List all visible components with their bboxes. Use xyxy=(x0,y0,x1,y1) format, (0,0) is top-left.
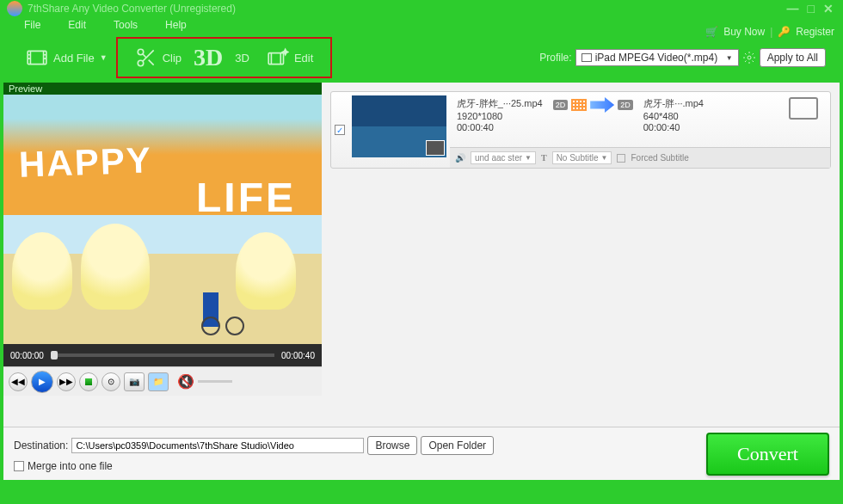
threed-label: 3D xyxy=(235,52,249,65)
preview-text-happy: HAPPY xyxy=(18,139,152,185)
add-file-label: Add File xyxy=(53,52,95,65)
step-button[interactable]: ⊙ xyxy=(102,372,120,391)
arrow-icon xyxy=(590,97,614,113)
merge-label: Merge into one file xyxy=(28,460,113,472)
edit-button[interactable]: Edit xyxy=(258,41,322,74)
audio-icon: 🔊 xyxy=(455,153,465,163)
source-2d-badge: 2D xyxy=(553,100,569,110)
browse-button[interactable]: Browse xyxy=(367,436,417,455)
add-file-button[interactable]: Add File ▼ xyxy=(17,41,116,74)
menu-help[interactable]: Help xyxy=(165,19,187,31)
dest-resolution: 640*480 xyxy=(643,111,704,121)
file-item[interactable]: ✓ 虎牙-胖炸_···25.mp4 1920*1080 00:00:40 2D xyxy=(330,91,831,169)
scissors-icon xyxy=(135,46,157,69)
preview-label: Preview xyxy=(3,83,322,95)
forced-subtitle-label: Forced Subtitle xyxy=(631,153,688,163)
top-right-links: 🛒 Buy Now | 🔑 Register xyxy=(705,26,834,38)
source-duration: 00:00:40 xyxy=(457,122,543,132)
source-filename: 虎牙-胖炸_···25.mp4 xyxy=(457,97,543,110)
key-icon: 🔑 xyxy=(778,26,791,38)
destination-input[interactable] xyxy=(71,438,364,453)
preview-image: 河源软件园 www.pc0359.cn HAPPY LIFE xyxy=(3,95,322,344)
window-title: 7thShare Any Video Converter (Unregister… xyxy=(28,3,236,15)
profile-value: iPad MPEG4 Video(*.mp4) xyxy=(595,52,718,64)
target-device-icon xyxy=(789,97,818,120)
profile-dropdown[interactable]: iPad MPEG4 Video(*.mp4) ▼ xyxy=(575,49,739,66)
app-logo-icon xyxy=(7,1,22,16)
chevron-down-icon: ▼ xyxy=(726,54,733,62)
chevron-down-icon: ▼ xyxy=(525,154,532,162)
conversion-arrow: 2D 2D xyxy=(553,97,633,113)
timeline: 00:00:00 00:00:40 xyxy=(3,344,322,366)
settings-icon[interactable] xyxy=(742,51,756,65)
dropdown-arrow-icon: ▼ xyxy=(100,53,108,62)
minimize-button[interactable]: — xyxy=(785,2,802,15)
grid-icon xyxy=(571,99,587,111)
play-button[interactable]: ▶ xyxy=(31,371,53,393)
mute-icon[interactable]: 🔇 xyxy=(177,373,194,390)
close-button[interactable]: ✕ xyxy=(821,2,836,15)
volume-control: 🔇 xyxy=(177,373,232,390)
svg-point-1 xyxy=(138,49,144,55)
window-controls: — □ ✕ xyxy=(785,2,836,15)
next-button[interactable]: ▶▶ xyxy=(57,372,76,391)
menu-file[interactable]: File xyxy=(24,19,40,31)
threed-big-label: 3D xyxy=(194,44,223,71)
menu-tools[interactable]: Tools xyxy=(114,19,138,31)
timeline-knob[interactable] xyxy=(51,351,58,360)
dest-duration: 00:00:40 xyxy=(643,122,704,132)
time-start: 00:00:00 xyxy=(10,351,44,360)
maximize-button[interactable]: □ xyxy=(805,2,817,15)
convert-button[interactable]: Convert xyxy=(706,433,829,476)
forced-subtitle-checkbox[interactable] xyxy=(617,154,625,163)
edit-label: Edit xyxy=(294,52,313,65)
volume-slider[interactable] xyxy=(198,380,232,383)
preview-text-life: LIFE xyxy=(196,174,296,221)
merge-checkbox[interactable] xyxy=(14,461,24,471)
cart-icon: 🛒 xyxy=(705,26,718,38)
film-sparkle-icon xyxy=(267,46,289,69)
pip-thumbnail xyxy=(426,140,445,156)
prev-button[interactable]: ◀◀ xyxy=(9,372,28,391)
separator: | xyxy=(770,26,772,38)
svg-point-4 xyxy=(748,56,751,59)
playback-controls: ◀◀ ▶ ▶▶ ⊙ 📷 📁 🔇 xyxy=(3,366,322,396)
folder-button[interactable]: 📁 xyxy=(148,372,169,391)
stop-button[interactable] xyxy=(79,372,98,391)
source-resolution: 1920*1080 xyxy=(457,111,543,121)
bottom-bar: Destination: Browse Open Folder Merge in… xyxy=(3,427,840,480)
file-list: ✓ 虎牙-胖炸_···25.mp4 1920*1080 00:00:40 2D xyxy=(322,83,840,427)
timeline-track[interactable] xyxy=(51,353,274,357)
subtitle-dropdown[interactable]: No Subtitle ▼ xyxy=(552,151,612,164)
buy-now-link[interactable]: Buy Now xyxy=(723,26,765,38)
threed-button[interactable]: 3D xyxy=(226,46,258,70)
titlebar: 7thShare Any Video Converter (Unregister… xyxy=(0,0,843,17)
destination-label: Destination: xyxy=(14,439,68,452)
file-checkbox[interactable]: ✓ xyxy=(335,125,345,135)
apply-to-all-button[interactable]: Apply to All xyxy=(760,48,826,67)
film-icon xyxy=(26,46,48,69)
chevron-down-icon: ▼ xyxy=(601,154,608,162)
register-link[interactable]: Register xyxy=(796,26,834,38)
open-folder-button[interactable]: Open Folder xyxy=(421,436,494,455)
toolbar: Add File ▼ Clip 3D 3D Edit Profile: iPad… xyxy=(0,33,843,83)
profile-bar: Profile: iPad MPEG4 Video(*.mp4) ▼ Apply… xyxy=(539,48,826,67)
time-end: 00:00:40 xyxy=(281,351,315,360)
file-thumbnail xyxy=(352,95,446,157)
audio-dropdown[interactable]: und aac ster ▼ xyxy=(471,151,536,164)
svg-point-2 xyxy=(138,60,144,66)
dest-filename: 虎牙-胖···.mp4 xyxy=(643,97,704,110)
highlighted-tools: Clip 3D 3D Edit xyxy=(116,37,333,78)
clip-button[interactable]: Clip xyxy=(126,41,190,74)
profile-label: Profile: xyxy=(539,52,571,64)
menu-edit[interactable]: Edit xyxy=(68,19,86,31)
subtitle-icon: T xyxy=(541,153,547,163)
file-metadata: 虎牙-胖炸_···25.mp4 1920*1080 00:00:40 2D 2D… xyxy=(450,92,830,168)
subtitle-value: No Subtitle xyxy=(557,153,599,163)
audio-value: und aac ster xyxy=(475,153,522,163)
dest-2d-badge: 2D xyxy=(618,100,633,110)
snapshot-button[interactable]: 📷 xyxy=(124,372,145,391)
clip-label: Clip xyxy=(163,52,182,65)
device-icon xyxy=(581,53,592,62)
preview-column: Preview 河源软件园 www.pc0359.cn HAPPY LIFE 0… xyxy=(3,83,322,427)
